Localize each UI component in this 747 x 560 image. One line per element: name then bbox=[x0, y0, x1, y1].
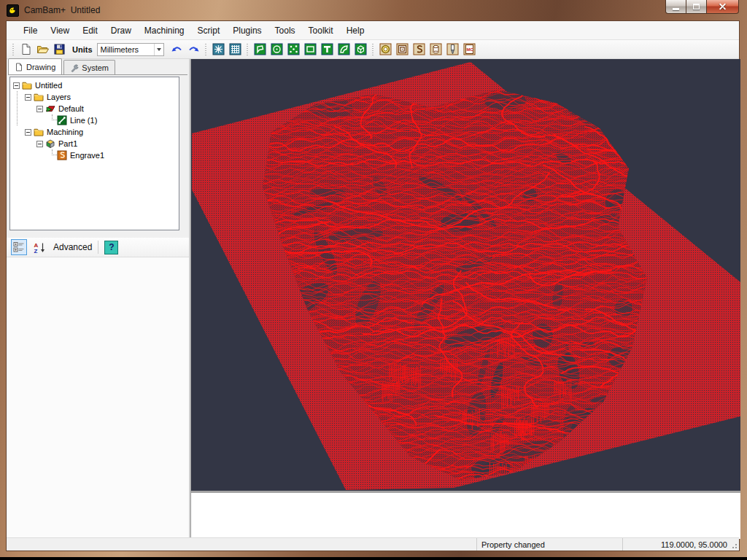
tree-node-machining[interactable]: Machining bbox=[10, 126, 179, 138]
polyline-button[interactable] bbox=[252, 42, 268, 58]
tree-guide bbox=[22, 149, 34, 161]
arc-button[interactable] bbox=[336, 42, 352, 58]
lathe-button[interactable] bbox=[427, 42, 444, 58]
tree-guide bbox=[10, 126, 22, 138]
tree-guide bbox=[10, 114, 22, 126]
sidebar-tabstrip: DrawingSystem bbox=[8, 59, 187, 75]
open-button[interactable] bbox=[34, 42, 51, 58]
toolbar-grip bbox=[204, 44, 208, 55]
tree-collapse-toggle[interactable] bbox=[36, 141, 43, 147]
save-button[interactable] bbox=[51, 42, 68, 58]
tree-collapse-toggle[interactable] bbox=[25, 129, 31, 136]
snap-point-button[interactable] bbox=[210, 42, 227, 58]
tree-guide bbox=[22, 114, 34, 126]
tab-drawing[interactable]: Drawing bbox=[8, 58, 62, 74]
minimize-button[interactable] bbox=[665, 0, 686, 14]
circle-button[interactable] bbox=[268, 42, 285, 58]
menu-item-plugins[interactable]: Plugins bbox=[226, 23, 268, 39]
text-button[interactable] bbox=[319, 42, 336, 58]
menu-item-view[interactable]: View bbox=[44, 23, 76, 39]
toolbar: UnitsMillimetersMC bbox=[7, 40, 739, 59]
tab-system[interactable]: System bbox=[63, 60, 115, 74]
tree-collapse-toggle[interactable] bbox=[13, 82, 20, 89]
rectangle-icon bbox=[304, 43, 317, 55]
menu-item-machining[interactable]: Machining bbox=[138, 23, 191, 39]
open-icon bbox=[36, 43, 49, 55]
help-button[interactable]: ? bbox=[104, 241, 118, 254]
tree-node-default[interactable]: Default bbox=[10, 103, 179, 114]
menu-item-toolkit[interactable]: Toolkit bbox=[302, 23, 340, 39]
save-icon bbox=[53, 43, 66, 55]
redo-button[interactable] bbox=[185, 42, 202, 58]
part-icon bbox=[45, 139, 55, 149]
profile-icon bbox=[413, 43, 425, 55]
statusbar: Property changed 119.0000, 95.0000 bbox=[7, 537, 739, 551]
tree-node-untitled[interactable]: Untitled bbox=[10, 79, 179, 91]
categorized-view-button[interactable] bbox=[11, 239, 27, 255]
tree-node-label: Default bbox=[58, 104, 84, 113]
titlebar[interactable]: CamBam+ Untitled bbox=[0, 0, 747, 20]
menu-item-tools[interactable]: Tools bbox=[268, 23, 302, 39]
new-button[interactable] bbox=[18, 42, 34, 58]
status-message: Property changed bbox=[477, 538, 623, 551]
units-value: Millimeters bbox=[98, 45, 154, 54]
polyline-icon bbox=[254, 43, 266, 55]
units-dropdown-arrow[interactable] bbox=[154, 44, 163, 55]
snap-grid-button[interactable] bbox=[227, 42, 244, 58]
units-select[interactable]: Millimeters bbox=[97, 43, 164, 56]
redo-icon bbox=[187, 43, 200, 55]
client-area: FileViewEditDrawMachiningScriptPluginsTo… bbox=[6, 20, 740, 551]
rectangle-button[interactable] bbox=[302, 42, 319, 58]
document-icon bbox=[15, 63, 23, 71]
profile-button[interactable] bbox=[411, 42, 427, 58]
tree-collapse-toggle[interactable] bbox=[25, 94, 31, 101]
viewport[interactable] bbox=[191, 59, 740, 491]
engrave-button[interactable] bbox=[444, 42, 461, 58]
tab-label: System bbox=[82, 63, 109, 72]
pocket-button[interactable] bbox=[394, 42, 411, 58]
gcode-icon: MC bbox=[463, 43, 476, 55]
snap-grid-icon bbox=[229, 43, 241, 55]
tree-node-label: Machining bbox=[47, 128, 83, 136]
menu-item-edit[interactable]: Edit bbox=[76, 23, 104, 39]
status-coordinates: 119.0000, 95.0000 bbox=[623, 538, 739, 551]
chevron-down-icon bbox=[157, 48, 161, 51]
new-icon bbox=[20, 43, 32, 55]
gcode-button[interactable]: MC bbox=[461, 42, 478, 58]
app-icon bbox=[7, 4, 19, 17]
minimize-icon bbox=[673, 8, 679, 10]
window-controls bbox=[665, 0, 739, 14]
tree-collapse-toggle[interactable] bbox=[36, 106, 43, 112]
tree-elbow bbox=[52, 149, 57, 155]
tree-node-engrave1[interactable]: Engrave1 bbox=[10, 149, 179, 161]
engraveop-icon bbox=[57, 150, 67, 160]
tab-label: Drawing bbox=[26, 63, 55, 71]
points-button[interactable] bbox=[285, 42, 302, 58]
sidebar: DrawingSystem UntitledLayersDefaultLine … bbox=[7, 59, 189, 537]
alphabetical-sort-button[interactable]: AZ bbox=[31, 239, 47, 255]
properties-toolbar: AZ Advanced ? bbox=[7, 238, 189, 257]
maximize-button[interactable] bbox=[686, 0, 706, 14]
tree-node-line-1[interactable]: Line (1) bbox=[10, 114, 179, 126]
tree-node-label: Engrave1 bbox=[70, 151, 104, 160]
undo-button[interactable] bbox=[169, 42, 185, 58]
menu-item-draw[interactable]: Draw bbox=[104, 23, 138, 39]
tree-node-label: Line (1) bbox=[70, 116, 97, 125]
maximize-icon bbox=[693, 4, 700, 9]
viewport-canvas[interactable] bbox=[191, 59, 740, 491]
tree-node-label: Layers bbox=[47, 93, 71, 101]
separator bbox=[98, 241, 98, 254]
tree-node-layers[interactable]: Layers bbox=[10, 91, 179, 103]
tree-guide bbox=[22, 138, 34, 149]
tree-guide bbox=[10, 103, 22, 114]
menu-item-script[interactable]: Script bbox=[191, 23, 227, 39]
close-button[interactable] bbox=[706, 0, 739, 14]
surface-button[interactable] bbox=[352, 42, 369, 58]
menu-item-file[interactable]: File bbox=[17, 23, 44, 39]
tree-node-part1[interactable]: Part1 bbox=[10, 138, 179, 149]
text-icon bbox=[321, 43, 333, 55]
svg-text:MC: MC bbox=[466, 47, 473, 52]
layer-icon bbox=[45, 104, 55, 114]
menu-item-help[interactable]: Help bbox=[340, 23, 371, 39]
drill-button[interactable] bbox=[377, 42, 394, 58]
